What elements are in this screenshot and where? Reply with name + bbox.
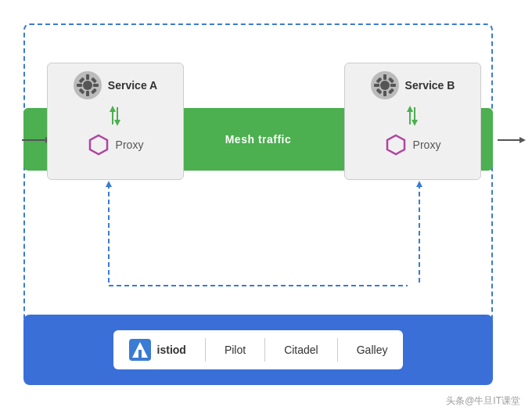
gear-icon-a [74,71,102,99]
svg-point-5 [83,81,92,90]
svg-rect-7 [86,91,89,96]
svg-rect-9 [93,84,99,87]
control-plane-box: istiod Pilot Citadel Galley [23,315,493,385]
pilot-label: Pilot [225,344,246,356]
istiod-label: istiod [157,344,186,356]
gear-icon-b [371,71,399,99]
svg-point-20 [380,81,390,90]
service-b-label: Service B [405,79,455,92]
istiod-section: istiod [129,339,186,361]
svg-marker-15 [114,120,120,126]
dashed-line-right [419,184,420,286]
mesh-traffic-label: Mesh traffic [225,133,292,146]
divider-1 [205,338,206,362]
control-plane-inner: istiod Pilot Citadel Galley [113,330,404,369]
svg-marker-3 [519,137,526,143]
svg-marker-18 [90,135,107,154]
watermark: 头条@牛旦IT课堂 [446,394,520,408]
service-a-box: Service A Proxy [47,63,184,180]
dashed-line-left [108,184,110,286]
service-a-label: Service A [108,79,157,92]
service-a-header: Service A [74,71,157,99]
service-b-arrows [405,106,421,128]
dashed-line-bottom [109,285,408,286]
svg-marker-17 [110,106,116,112]
proxy-a-label: Proxy [116,139,144,151]
svg-rect-23 [374,84,379,87]
divider-3 [337,338,338,362]
service-a-arrows [108,106,124,128]
svg-marker-32 [407,106,413,112]
svg-marker-30 [412,120,418,126]
diagram-container: Mesh traffic [16,16,512,399]
svg-rect-24 [390,84,396,87]
divider-2 [264,338,265,362]
proxy-b-label: Proxy [413,139,441,151]
proxy-icon-b [385,134,407,156]
svg-rect-22 [383,91,386,96]
svg-rect-21 [383,74,386,80]
arrow-right-out [498,134,509,146]
service-b-header: Service B [371,71,455,99]
service-a-proxy: Proxy [88,134,144,156]
proxy-icon-a [88,134,110,156]
svg-marker-33 [387,135,404,154]
arrow-left-in [22,134,33,146]
svg-rect-6 [86,74,89,80]
citadel-label: Citadel [284,344,318,356]
istiod-icon [129,339,151,361]
svg-rect-8 [77,84,82,87]
service-b-box: Service B Proxy [344,63,481,180]
svg-rect-41 [138,350,142,358]
service-b-proxy: Proxy [385,134,441,156]
galley-label: Galley [357,344,388,356]
